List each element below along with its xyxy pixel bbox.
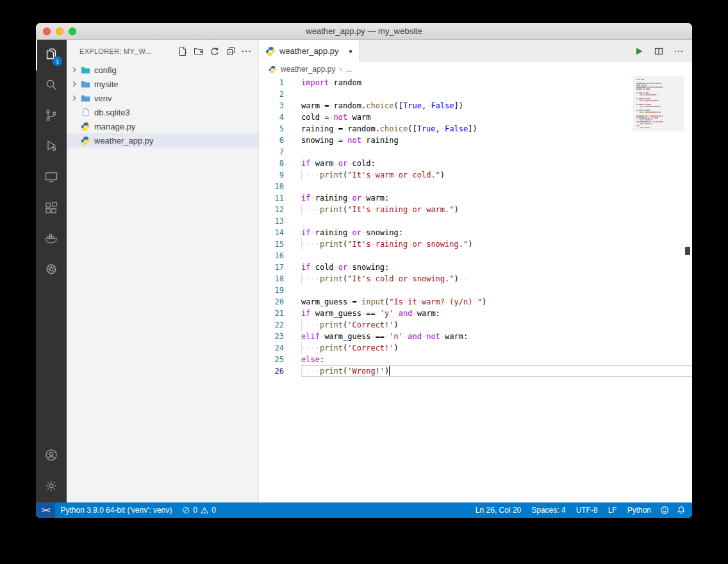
close-window-button[interactable] [43, 28, 51, 35]
code-line-9[interactable]: 9····print("It's·warm·or·cold.") [259, 169, 692, 181]
code-line-12[interactable]: 12····print("It's·raining·or·warm.") [259, 204, 692, 215]
whitespace-dot: · [347, 159, 352, 168]
status-item-ln-26-col-20[interactable]: Ln 26, Col 20 [470, 502, 526, 518]
code-line-6[interactable]: 6snowing·=·not·raining [259, 135, 692, 146]
minimize-window-button[interactable] [56, 28, 63, 35]
code-line-5[interactable]: 5raining·=·random.choice([True,·False]) [259, 123, 692, 135]
whitespace-dot: · [310, 274, 315, 283]
activity-extensions-button[interactable] [36, 194, 67, 224]
file-icon [80, 107, 91, 117]
accounts-button[interactable] [36, 441, 67, 472]
code-line-8[interactable]: 8if·warm·or·cold: [259, 158, 692, 169]
code-line-2[interactable]: 2 [259, 88, 692, 100]
code-line-13[interactable]: 13 [259, 215, 692, 227]
code-token: ···· [301, 344, 320, 352]
activity-search-button[interactable] [36, 70, 67, 101]
code-line-10[interactable]: 10 [259, 181, 692, 192]
code-token: and· [408, 332, 426, 341]
whitespace-dot: · [347, 228, 352, 237]
remote-indicator[interactable]: >< [36, 502, 55, 518]
run-python-file-button[interactable] [634, 46, 644, 56]
problems-status[interactable]: 0 0 [177, 502, 220, 518]
split-editor-button[interactable] [654, 46, 664, 56]
code-token: ([ [394, 101, 403, 110]
tab-weather-app-py[interactable]: weather_app.py ● [259, 40, 360, 62]
tree-item-label: venv [94, 94, 112, 103]
code-token: True [403, 101, 422, 110]
code-line-17[interactable]: 17if·cold·or·snowing: [259, 261, 692, 273]
whitespace-dot: · [412, 309, 417, 318]
breadcrumb: weather_app.py › ... [259, 62, 692, 76]
python-icon [269, 65, 277, 74]
activity-explorer-button[interactable]: 1 [36, 40, 67, 70]
minimap[interactable] [633, 76, 684, 129]
new-folder-button[interactable] [194, 46, 204, 56]
activity-source-control-button[interactable] [36, 101, 67, 132]
whitespace-dot: · [310, 367, 315, 376]
breadcrumb-file[interactable]: weather_app.py [281, 65, 335, 74]
editor-more-actions-button[interactable]: ⋯ [674, 46, 683, 57]
code-line-4[interactable]: 4cold·=·not·warm [259, 112, 692, 123]
modified-indicator[interactable]: ● [349, 47, 352, 54]
status-item-lf[interactable]: LF [603, 502, 622, 518]
activity-run-debug-button[interactable] [36, 132, 67, 163]
code-token: else [301, 355, 320, 364]
code-line-22[interactable]: 22····print('Correct!') [259, 319, 692, 331]
folder-icon [80, 65, 91, 75]
explorer-more-actions-button[interactable]: ··· [242, 48, 252, 54]
code-line-19[interactable]: 19 [259, 285, 692, 296]
status-item-python[interactable]: Python [622, 502, 656, 518]
manage-settings-button[interactable] [36, 472, 67, 502]
account-icon [44, 447, 59, 465]
code-token: warm: [445, 332, 468, 341]
status-item-spaces-4[interactable]: Spaces: 4 [526, 502, 570, 518]
python-interpreter-status[interactable]: Python 3.9.0 64-bit ('venv': venv) [55, 502, 177, 518]
whitespace-dot: · [334, 124, 338, 133]
code-line-24[interactable]: 24····print('Correct!') [259, 342, 692, 354]
code-line-20[interactable]: 20warm_guess·=·input("Is·it·warm?·(y/n)·… [259, 296, 692, 308]
code-line-26[interactable]: 26····print('Wrong!') [259, 365, 692, 377]
tree-item-label: config [94, 65, 117, 75]
code-token: ]) [468, 124, 477, 133]
errors-count: 0 [193, 506, 197, 515]
feedback-smiley-icon[interactable] [656, 502, 673, 518]
tree-item-db-sqlite3[interactable]: db.sqlite3 [67, 105, 258, 119]
code-token: "It's·cold·or·snowing." [347, 274, 454, 283]
new-file-button[interactable] [178, 46, 188, 56]
notifications-bell-icon[interactable] [673, 502, 690, 518]
tree-item-config[interactable]: config [67, 63, 258, 77]
code-line-11[interactable]: 11if·raining·or·warm: [259, 192, 692, 204]
refresh-explorer-button[interactable] [210, 46, 220, 56]
gear-icon [44, 478, 59, 496]
status-item-utf-8[interactable]: UTF-8 [571, 502, 603, 518]
code-line-15[interactable]: 15····print("It's·raining·or·snowing.") [259, 238, 692, 250]
collapse-folders-button[interactable] [226, 46, 236, 56]
code-line-1[interactable]: 1import·random [259, 77, 692, 88]
code-line-23[interactable]: 23elif·warm_guess·==·'n'·and·not·warm: [259, 331, 692, 342]
code-line-25[interactable]: 25else: [259, 354, 692, 365]
whitespace-dot: · [310, 170, 315, 179]
code-token: print [320, 170, 343, 179]
tree-item-mysite[interactable]: mysite [67, 77, 258, 91]
code-line-3[interactable]: 3warm·=·random.choice([True,·False]) [259, 100, 692, 112]
tree-item-manage-py[interactable]: manage.py [67, 119, 258, 133]
titlebar[interactable]: weather_app.py — my_website [36, 23, 692, 40]
code-line-16[interactable]: 16 [259, 250, 692, 261]
code-editor[interactable]: 1import·random23warm·=·random.choice([Tr… [259, 76, 692, 502]
whitespace-dot: · [370, 332, 375, 341]
tree-item-venv[interactable]: venv [67, 91, 258, 105]
code-token: ) [454, 205, 459, 214]
breadcrumb-symbol[interactable]: ... [345, 65, 352, 74]
fullscreen-window-button[interactable] [69, 28, 76, 35]
file-tree: configmysitevenvdb.sqlite3manage.pyweath… [67, 62, 258, 502]
activity-docker-button[interactable] [36, 224, 67, 255]
activity-remote-explorer-button[interactable] [36, 163, 67, 194]
activity-gear-wheel-button[interactable] [36, 255, 67, 286]
code-line-21[interactable]: 21if·warm_guess·==·'y'·and·warm: [259, 308, 692, 319]
code-line-7[interactable]: 7 [259, 146, 692, 158]
minimap-slider[interactable] [633, 76, 684, 131]
code-line-14[interactable]: 14if·raining·or·snowing: [259, 227, 692, 238]
code-line-18[interactable]: 18····print("It's·cold·or·snowing.")·· [259, 273, 692, 285]
tree-item-weather-app-py[interactable]: weather_app.py [67, 133, 258, 147]
line-content: if·warm·or·cold: [301, 158, 692, 169]
